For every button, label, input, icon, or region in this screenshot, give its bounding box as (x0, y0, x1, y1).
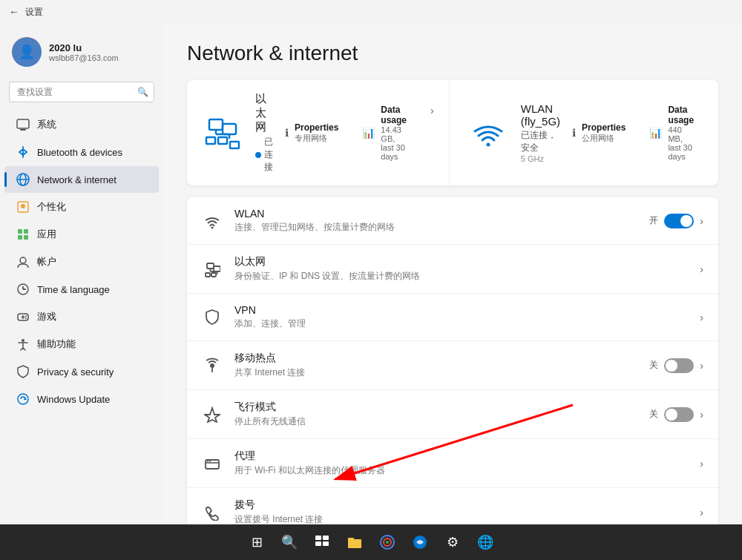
svg-rect-59 (348, 538, 354, 541)
list-item-desc: 身份验证、IP 和 DNS 设置、按流量计费的网络 (234, 270, 688, 283)
taskbar-start[interactable]: ⊞ (243, 529, 270, 556)
sidebar-item-personal[interactable]: 个性化 (4, 194, 159, 220)
sidebar-item-accessibility[interactable]: 辅助功能 (4, 331, 159, 358)
list-item-proxy[interactable]: 代理用于 Wi-Fi 和以太网连接的代理服务器› (187, 439, 718, 488)
bluetooth-icon (16, 145, 30, 159)
taskbar-settings[interactable]: ⚙ (439, 529, 466, 556)
network-list-container: WLAN连接、管理已知网络、按流量计费的网络开›以太网身份验证、IP 和 DNS… (187, 197, 718, 524)
sidebar-item-label: 应用 (37, 228, 56, 241)
svg-rect-3 (20, 129, 26, 131)
list-item-title: 以太网 (234, 255, 688, 269)
sidebar-item-privacy[interactable]: Privacy & security (4, 358, 159, 385)
list-item-right-ethernet: › (700, 263, 703, 275)
search-input[interactable] (9, 82, 154, 102)
avatar: 👤 (12, 37, 42, 67)
ethernet-info: 以太网 已连接 (255, 92, 273, 174)
svg-point-47 (209, 461, 211, 462)
sidebar-item-system[interactable]: 系统 (4, 111, 159, 138)
sidebar-item-label: Bluetooth & devices (37, 147, 122, 158)
svg-point-42 (210, 363, 214, 368)
dialup-list-icon (202, 502, 223, 523)
svg-rect-12 (24, 235, 28, 240)
list-item-vpn[interactable]: VPN添加、连接、管理› (187, 294, 718, 341)
list-item-right-wlan: 开› (649, 214, 703, 228)
wlan-properties-group: ℹ Properties 公用网络 (572, 105, 626, 161)
hotspot-toggle[interactable] (664, 358, 694, 373)
data-usage-label: Data usage (381, 105, 407, 125)
taskbar-taskview[interactable] (309, 529, 335, 556)
sidebar-item-bluetooth[interactable]: Bluetooth & devices (4, 139, 159, 165)
svg-rect-10 (24, 229, 28, 234)
svg-point-13 (20, 257, 26, 263)
list-item-airplane[interactable]: 飞行模式停止所有无线通信关› (187, 390, 718, 439)
sidebar-item-accounts[interactable]: 帐户 (4, 248, 159, 275)
svg-rect-32 (230, 142, 239, 148)
privacy-icon (16, 365, 30, 378)
sidebar-item-update[interactable]: Windows Update (4, 386, 159, 412)
data-usage-icon: 📊 (362, 127, 375, 139)
taskbar-explorer[interactable] (341, 529, 368, 556)
ethernet-chevron: › (430, 105, 434, 161)
list-item-wlan[interactable]: WLAN连接、管理已知网络、按流量计费的网络开› (187, 197, 718, 245)
list-item-desc: 共享 Internet 连接 (234, 366, 637, 379)
taskbar: ⊞ 🔍 ⚙ 🌐 (0, 524, 742, 560)
taskbar-browser2[interactable] (407, 529, 433, 556)
sidebar-item-label: 辅助功能 (37, 337, 76, 351)
status-dot (255, 152, 261, 158)
vpn-list-icon (202, 307, 223, 328)
wlan-chevron: › (700, 215, 703, 227)
list-item-desc: 添加、连接、管理 (234, 317, 688, 330)
list-item-desc: 用于 Wi-Fi 和以太网连接的代理服务器 (234, 464, 688, 477)
page-title: Network & internet (187, 42, 718, 65)
list-item-text-proxy: 代理用于 Wi-Fi 和以太网连接的代理服务器 (234, 449, 688, 477)
back-button[interactable]: ← (9, 6, 19, 18)
ethernet-meta: ℹ Properties 专用网络 📊 Data usage 14.43 GB,… (285, 105, 434, 161)
wlan-data-value: 440 MB, last 30 days (668, 125, 694, 161)
properties-value: 专用网络 (295, 133, 338, 144)
ethernet-name: 以太网 (255, 92, 273, 134)
wlan-data-label: Data usage (668, 105, 694, 125)
dialup-chevron: › (700, 507, 703, 518)
wlan-properties-icon: ℹ (572, 127, 576, 139)
sidebar-item-apps[interactable]: 应用 (4, 221, 159, 248)
sidebar-item-gaming[interactable]: 游戏 (4, 303, 159, 330)
svg-rect-41 (211, 273, 216, 277)
toggle-label: 关 (649, 408, 658, 421)
wlan-toggle[interactable] (664, 214, 694, 228)
data-usage-group: 📊 Data usage 14.43 GB, last 30 days (362, 105, 407, 161)
ethernet-card[interactable]: 以太网 已连接 ℹ Properties 专用网络 (187, 80, 450, 185)
sidebar-item-network[interactable]: Network & internet (4, 166, 159, 193)
svg-rect-35 (207, 263, 214, 269)
sidebar-item-time[interactable]: Time & language (4, 276, 159, 303)
airplane-toggle[interactable] (664, 407, 694, 422)
personal-icon (16, 200, 30, 214)
accounts-icon (16, 255, 30, 269)
user-info: 2020 lu wslbb87@163.com (49, 42, 119, 62)
toggle-thumb (666, 409, 677, 421)
list-item-desc: 设置拨号 Internet 连接 (234, 513, 688, 524)
list-item-dialup[interactable]: 拨号设置拨号 Internet 连接› (187, 488, 718, 524)
list-item-text-airplane: 飞行模式停止所有无线通信 (234, 401, 637, 428)
list-item-hotspot[interactable]: 移动热点共享 Internet 连接关› (187, 341, 718, 390)
svg-point-23 (18, 394, 28, 404)
list-item-title: 移动热点 (234, 352, 637, 365)
proxy-list-icon (202, 453, 223, 474)
list-item-desc: 停止所有无线通信 (234, 415, 637, 428)
list-item-ethernet[interactable]: 以太网身份验证、IP 和 DNS 设置、按流量计费的网络› (187, 245, 718, 294)
search-box: 🔍 (9, 82, 154, 102)
user-section[interactable]: 👤 2020 lu wslbb87@163.com (0, 30, 163, 79)
titlebar-title: 设置 (25, 6, 43, 19)
user-email: wslbb87@163.com (49, 53, 119, 62)
taskbar-search[interactable]: 🔍 (276, 529, 303, 556)
wlan-top-card[interactable]: WLAN (fly_5G) 已连接，安全 5 GHz ℹ Properties … (453, 80, 718, 185)
search-icon: 🔍 (137, 87, 148, 97)
list-item-title: 代理 (234, 449, 688, 463)
taskbar-network2[interactable]: 🌐 (472, 529, 499, 556)
taskbar-browser1[interactable] (374, 529, 401, 556)
toggle-thumb (666, 360, 677, 372)
sidebar: 👤 2020 lu wslbb87@163.com 🔍 系统Bluetooth … (0, 24, 163, 524)
list-item-text-dialup: 拨号设置拨号 Internet 连接 (234, 498, 688, 524)
wlan-properties-value: 公用网络 (582, 133, 626, 144)
svg-rect-11 (18, 235, 22, 240)
list-item-right-dialup: › (700, 507, 703, 518)
